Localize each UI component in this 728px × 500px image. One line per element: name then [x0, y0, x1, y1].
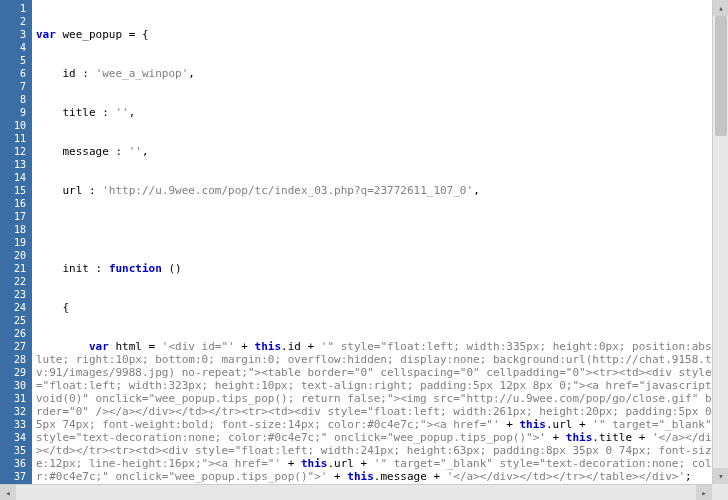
line-number: 23 [2, 288, 26, 301]
scroll-up-button[interactable]: ▴ [713, 0, 728, 16]
operator: + [281, 457, 301, 470]
scroll-right-button[interactable]: ▸ [696, 485, 712, 500]
line-number: 24 [2, 301, 26, 314]
identifier [56, 28, 63, 41]
line-number: 7 [2, 80, 26, 93]
code-content[interactable]: var wee_popup = { id : 'wee_a_winpop', t… [32, 0, 728, 500]
operator: + [235, 340, 255, 353]
line-number: 33 [2, 418, 26, 431]
line-number: 29 [2, 366, 26, 379]
string: '' [129, 145, 142, 158]
line-number: 14 [2, 171, 26, 184]
colon: : [96, 106, 116, 119]
line-number: 31 [2, 392, 26, 405]
keyword-this: this [347, 470, 374, 483]
keyword-var: var [89, 340, 109, 353]
string: '<div id="' [162, 340, 235, 353]
vertical-scroll-thumb[interactable] [715, 16, 727, 136]
line-number: 26 [2, 327, 26, 340]
string: 'http://u.9wee.com/pop/tc/index_03.php?q… [102, 184, 473, 197]
keyword-this: this [566, 431, 593, 444]
property: url [63, 184, 83, 197]
property: title [63, 106, 96, 119]
line-number: 17 [2, 210, 26, 223]
scroll-down-button[interactable]: ▾ [713, 468, 728, 484]
line-number: 20 [2, 249, 26, 262]
line-number: 16 [2, 197, 26, 210]
keyword-function: function [109, 262, 162, 275]
keyword-this: this [301, 457, 328, 470]
line-number: 34 [2, 431, 26, 444]
dot: .message + [374, 470, 447, 483]
vertical-scrollbar[interactable]: ▴ ▾ [712, 0, 728, 484]
identifier: html [109, 340, 142, 353]
comma: , [142, 145, 149, 158]
line-number: 1 [2, 2, 26, 15]
property: id [63, 67, 76, 80]
comma: , [188, 67, 195, 80]
operator: = [142, 340, 162, 353]
colon: : [76, 67, 96, 80]
line-number: 5 [2, 54, 26, 67]
scrollbar-corner [712, 484, 728, 500]
line-number: 4 [2, 41, 26, 54]
line-number: 28 [2, 353, 26, 366]
colon: : [109, 145, 129, 158]
line-number: 36 [2, 457, 26, 470]
line-number: 37 [2, 470, 26, 483]
operator: = { [122, 28, 149, 41]
line-number: 25 [2, 314, 26, 327]
operator: + [546, 431, 566, 444]
keyword-var: var [36, 28, 56, 41]
semicolon: ; [685, 470, 692, 483]
line-number: 6 [2, 67, 26, 80]
dot: .title + [592, 431, 652, 444]
line-number: 30 [2, 379, 26, 392]
colon: : [82, 184, 102, 197]
line-number: 32 [2, 405, 26, 418]
property: init [63, 262, 90, 275]
line-number: 2 [2, 15, 26, 28]
line-number: 3 [2, 28, 26, 41]
dot: .id + [281, 340, 321, 353]
line-number: 8 [2, 93, 26, 106]
string: '' [116, 106, 129, 119]
keyword-this: this [255, 340, 282, 353]
line-number: 21 [2, 262, 26, 275]
line-number: 9 [2, 106, 26, 119]
line-number: 11 [2, 132, 26, 145]
line-number: 27 [2, 340, 26, 353]
dot: .url + [546, 418, 592, 431]
line-number: 35 [2, 444, 26, 457]
code-editor: 1234567891011121314151617181920212223242… [0, 0, 728, 500]
horizontal-scrollbar[interactable]: ◂ ▸ [0, 484, 712, 500]
scroll-left-button[interactable]: ◂ [0, 485, 16, 500]
line-number: 13 [2, 158, 26, 171]
string: '</a></div></td></tr></table></div>' [447, 470, 685, 483]
comma: , [473, 184, 480, 197]
line-number: 15 [2, 184, 26, 197]
comma: , [129, 106, 136, 119]
dot: .url + [327, 457, 373, 470]
parens: () [162, 262, 182, 275]
brace: { [63, 301, 70, 314]
line-number: 19 [2, 236, 26, 249]
line-number-gutter: 1234567891011121314151617181920212223242… [0, 0, 32, 500]
html-string-block: var html = '<div id="' + this.id + '" st… [36, 340, 724, 483]
operator: + [500, 418, 520, 431]
property: message [63, 145, 109, 158]
keyword-this: this [519, 418, 546, 431]
operator: + [327, 470, 347, 483]
line-number: 12 [2, 145, 26, 158]
colon: : [89, 262, 109, 275]
line-number: 10 [2, 119, 26, 132]
identifier: wee_popup [63, 28, 123, 41]
line-number: 18 [2, 223, 26, 236]
string: 'wee_a_winpop' [96, 67, 189, 80]
line-number: 22 [2, 275, 26, 288]
